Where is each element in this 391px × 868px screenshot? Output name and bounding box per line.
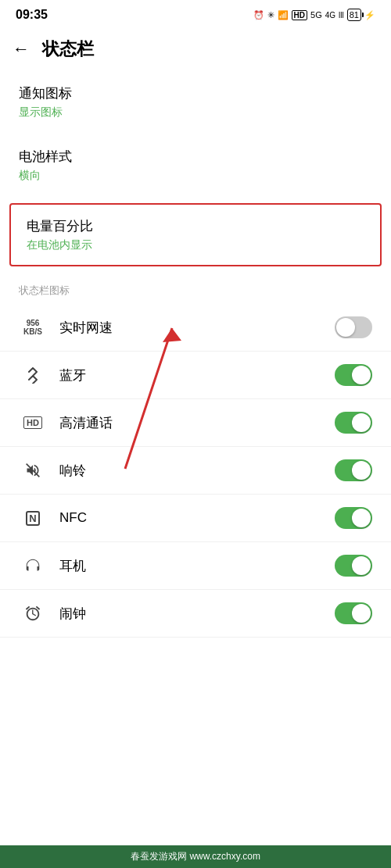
mute-icon <box>19 463 47 478</box>
back-button[interactable]: ← <box>13 39 30 59</box>
watermark-url: www.czchxy.com <box>189 851 260 862</box>
nfc-toggle[interactable] <box>335 507 372 529</box>
signal1-status-icon: 5G <box>310 10 322 20</box>
bluetooth-toggle[interactable] <box>335 364 372 386</box>
nfc-icon: N <box>19 511 47 526</box>
toggle-row-bluetooth[interactable]: 蓝牙 <box>0 352 391 399</box>
section-title-status-icons: 状态栏图标 <box>0 273 391 304</box>
battery-style-title: 电池样式 <box>19 148 372 166</box>
speed-toggle[interactable] <box>335 316 372 338</box>
status-time: 09:35 <box>16 8 48 22</box>
headphone-toggle[interactable] <box>335 555 372 577</box>
toggle-row-alarm[interactable]: 闹钟 <box>0 590 391 638</box>
charging-icon: ⚡ <box>364 10 375 20</box>
status-bar: 09:35 ⏰ ✳ 📶 HD 5G 4G lll 81 ⚡ <box>0 0 391 28</box>
hd-label: 高清通话 <box>59 414 335 432</box>
notification-icon-setting[interactable]: 通知图标 显示图标 <box>0 70 391 134</box>
ringtone-label: 响铃 <box>59 462 335 480</box>
toggle-row-hd[interactable]: HD 高清通话 <box>0 399 391 447</box>
page-title: 状态栏 <box>42 38 94 61</box>
alarm-status-icon: ⏰ <box>253 10 264 20</box>
settings-content: 通知图标 显示图标 电池样式 横向 电量百分比 在电池内显示 状态栏图标 956… <box>0 70 391 638</box>
watermark: 春蚕发游戏网 www.czchxy.com <box>0 845 391 868</box>
battery-status-icon: 81 <box>347 9 361 21</box>
bluetooth-label: 蓝牙 <box>59 366 335 384</box>
toggle-row-nfc[interactable]: N NFC <box>0 495 391 542</box>
signal3-status-icon: lll <box>339 11 344 20</box>
bluetooth-icon <box>19 366 47 384</box>
speed-label: 实时网速 <box>59 319 335 337</box>
hd-toggle[interactable] <box>335 412 372 434</box>
hd-status-icon: HD <box>292 10 307 20</box>
ringtone-toggle[interactable] <box>335 459 372 481</box>
toggle-row-speed[interactable]: 956KB/S 实时网速 <box>0 304 391 352</box>
battery-percentage-title: 电量百分比 <box>27 217 364 235</box>
wifi-status-icon: 📶 <box>278 10 289 20</box>
speed-icon: 956KB/S <box>19 319 47 336</box>
notification-icon-title: 通知图标 <box>19 84 372 102</box>
headphone-label: 耳机 <box>59 557 335 575</box>
status-icons: ⏰ ✳ 📶 HD 5G 4G lll 81 ⚡ <box>253 9 375 21</box>
headphone-icon <box>19 557 47 574</box>
hd-icon: HD <box>19 416 47 429</box>
alarm-toggle[interactable] <box>335 602 372 624</box>
alarm-label: 闹钟 <box>59 605 335 623</box>
signal2-status-icon: 4G <box>325 11 335 20</box>
toggle-row-headphone[interactable]: 耳机 <box>0 542 391 590</box>
nfc-label: NFC <box>59 510 335 526</box>
notification-icon-subtitle: 显示图标 <box>19 105 372 120</box>
battery-percentage-setting[interactable]: 电量百分比 在电池内显示 <box>9 203 382 266</box>
alarm-icon <box>19 605 47 622</box>
watermark-text: 春蚕发游戏网 <box>131 851 187 862</box>
battery-percentage-subtitle: 在电池内显示 <box>27 238 364 252</box>
toggle-row-ringtone[interactable]: 响铃 <box>0 447 391 495</box>
page-header: ← 状态栏 <box>0 28 391 70</box>
battery-style-setting[interactable]: 电池样式 横向 <box>0 134 391 197</box>
battery-style-subtitle: 横向 <box>19 169 372 183</box>
bluetooth-status-icon: ✳ <box>267 10 274 20</box>
